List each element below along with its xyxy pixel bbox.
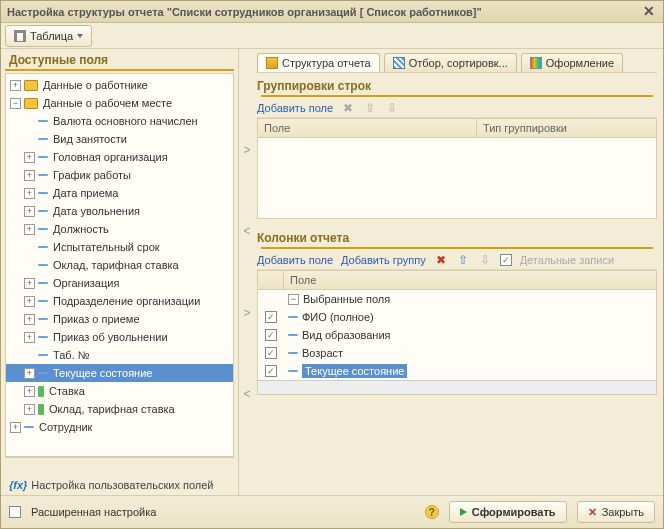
tab-structure[interactable]: Структура отчета [257, 53, 380, 72]
field-icon [38, 192, 48, 194]
row-checkbox[interactable]: ✓ [265, 329, 277, 341]
move-right-icon-2[interactable]: > [243, 306, 250, 320]
tree-item[interactable]: +Подразделение организации [6, 292, 233, 310]
close-button[interactable]: ✕ Закрыть [577, 501, 655, 523]
expand-icon[interactable]: + [24, 170, 35, 181]
field-icon [38, 372, 48, 374]
move-up-icon[interactable]: ⇧ [456, 253, 470, 267]
right-tabs: Структура отчета Отбор, сортировк... Офо… [257, 53, 657, 73]
move-up-icon[interactable]: ⇧ [363, 101, 377, 115]
collapse-icon[interactable]: − [10, 98, 21, 109]
field-icon [38, 228, 48, 230]
tree-item[interactable]: Испытательный срок [6, 238, 233, 256]
field-icon [38, 246, 48, 248]
row-checkbox[interactable]: ✓ [265, 311, 277, 323]
expand-icon[interactable]: + [24, 386, 35, 397]
table-mode-button[interactable]: Таблица [5, 25, 92, 47]
tree-item[interactable]: Таб. № [6, 346, 233, 364]
field-icon [38, 156, 48, 158]
close-icon[interactable]: ✕ [641, 4, 657, 20]
transfer-buttons: > < > < [239, 49, 255, 495]
columns-heading: Колонки отчета [257, 229, 657, 247]
expand-icon[interactable]: + [24, 206, 35, 217]
field-icon [38, 120, 48, 122]
filter-icon [393, 57, 405, 69]
columns-row[interactable]: ✓ ФИО (полное) [258, 308, 656, 326]
folder-icon [24, 80, 38, 91]
tree-item[interactable]: +Дата приема [6, 184, 233, 202]
tree-item[interactable]: +Ставка [6, 382, 233, 400]
columns-row-selected[interactable]: ✓ Текущее состояние [258, 362, 656, 380]
tree-item[interactable]: +Приказ об увольнении [6, 328, 233, 346]
tree-item[interactable]: +Приказ о приеме [6, 310, 233, 328]
row-groups-heading: Группировки строк [257, 77, 657, 95]
field-icon [288, 334, 298, 336]
tree-scroll-placeholder [5, 457, 234, 475]
move-left-icon-2[interactable]: < [243, 387, 250, 401]
help-icon[interactable]: ? [425, 505, 439, 519]
field-icon [288, 352, 298, 354]
expand-icon[interactable]: + [10, 422, 21, 433]
delete-icon[interactable]: ✖ [434, 253, 448, 267]
add-field-link-2[interactable]: Добавить поле [257, 254, 333, 266]
titlebar: Настройка структуры отчета "Списки сотру… [1, 1, 663, 23]
tree-item[interactable]: Валюта основного начислен [6, 112, 233, 130]
expand-icon[interactable]: + [24, 188, 35, 199]
add-field-link[interactable]: Добавить поле [257, 102, 333, 114]
available-fields-tree[interactable]: + Данные о работнике − Данные о рабочем … [5, 73, 234, 457]
tree-node-worker-data[interactable]: + Данные о работнике [6, 76, 233, 94]
expand-icon[interactable]: + [24, 278, 35, 289]
details-label: Детальные записи [520, 254, 614, 266]
tree-item[interactable]: +Должность [6, 220, 233, 238]
add-group-link[interactable]: Добавить группу [341, 254, 426, 266]
grid-icon [14, 30, 26, 42]
expand-icon[interactable]: + [24, 152, 35, 163]
columns-grid[interactable]: Поле −Выбранные поля ✓ ФИО (полное) ✓ [257, 270, 657, 395]
tree-item[interactable]: +Организация [6, 274, 233, 292]
columns-row[interactable]: ✓ Вид образования [258, 326, 656, 344]
expand-icon[interactable]: + [24, 314, 35, 325]
field-icon [38, 264, 48, 266]
generate-button[interactable]: Сформировать [449, 501, 567, 523]
col-field: Поле [258, 119, 477, 137]
expand-icon[interactable]: + [24, 296, 35, 307]
move-down-icon[interactable]: ⇩ [385, 101, 399, 115]
move-right-icon[interactable]: > [243, 143, 250, 157]
columns-root-row[interactable]: −Выбранные поля [258, 290, 656, 308]
tree-item[interactable]: +Головная организация [6, 148, 233, 166]
tree-item[interactable]: +Оклад, тарифная ставка [6, 400, 233, 418]
details-checkbox[interactable]: ✓ [500, 254, 512, 266]
field-icon [38, 210, 48, 212]
expand-icon[interactable]: + [24, 224, 35, 235]
move-down-icon[interactable]: ⇩ [478, 253, 492, 267]
expand-icon[interactable]: + [24, 404, 35, 415]
expand-icon[interactable]: + [10, 80, 21, 91]
user-fields-link[interactable]: {fx} Настройка пользовательских полей [1, 475, 238, 495]
delete-icon[interactable]: ✖ [341, 101, 355, 115]
tree-item-selected[interactable]: +Текущее состояние [6, 364, 233, 382]
row-groups-grid[interactable]: Поле Тип группировки [257, 118, 657, 219]
tree-item[interactable]: Оклад, тарифная ставка [6, 256, 233, 274]
columns-row[interactable]: ✓ Возраст [258, 344, 656, 362]
footer-bar: ✓ Расширенная настройка ? Сформировать ✕… [1, 495, 663, 528]
tree-item[interactable]: Вид занятости [6, 130, 233, 148]
move-left-icon[interactable]: < [243, 224, 250, 238]
tree-item[interactable]: +Дата увольнения [6, 202, 233, 220]
expand-icon[interactable]: + [24, 332, 35, 343]
collapse-icon[interactable]: − [288, 294, 299, 305]
expand-icon[interactable]: + [24, 368, 35, 379]
row-checkbox[interactable]: ✓ [265, 347, 277, 359]
horizontal-scrollbar[interactable] [258, 380, 656, 394]
tree-node-employee[interactable]: + Сотрудник [6, 418, 233, 436]
row-checkbox[interactable]: ✓ [265, 365, 277, 377]
field-icon [38, 174, 48, 176]
tree-node-workplace-data[interactable]: − Данные о рабочем месте [6, 94, 233, 112]
folder-icon [24, 98, 38, 109]
field-icon [38, 336, 48, 338]
tab-design[interactable]: Оформление [521, 53, 623, 72]
tab-filter-sort[interactable]: Отбор, сортировк... [384, 53, 517, 72]
extended-checkbox[interactable]: ✓ [9, 506, 21, 518]
x-icon: ✕ [588, 506, 597, 519]
tree-item[interactable]: +График работы [6, 166, 233, 184]
field-icon [38, 282, 48, 284]
